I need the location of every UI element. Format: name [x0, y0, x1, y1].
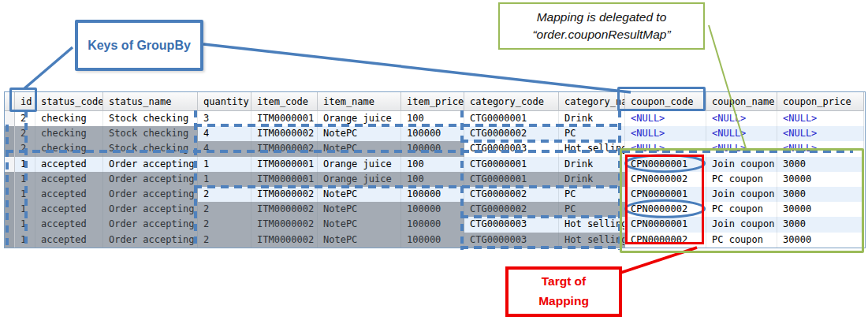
cell-status_name[interactable]: Order accepting [103, 217, 198, 232]
cell-status_name[interactable]: Order accepting [103, 233, 198, 248]
cell-status_name[interactable]: Stock checking [103, 111, 198, 126]
column-header-item_name[interactable]: item_name [318, 92, 401, 111]
groupby-dash-line [194, 124, 620, 127]
cell-status_code[interactable]: accepted [35, 172, 103, 187]
cell-quantity[interactable]: 4 [198, 126, 251, 141]
cell-coupon_name[interactable]: <NULL> [706, 111, 777, 126]
cell-quantity[interactable]: 2 [198, 202, 251, 217]
column-header-item_code[interactable]: item_code [251, 92, 318, 111]
groupby-dash-line [6, 125, 9, 247]
groupby-dash-line [460, 110, 464, 250]
cell-item_name[interactable]: NotePC [318, 187, 401, 202]
column-header-status_name[interactable]: status_name [103, 92, 198, 111]
cell-quantity[interactable]: 1 [198, 157, 251, 172]
cell-category_name[interactable]: Hot selling [559, 217, 625, 232]
cell-quantity[interactable]: 2 [198, 233, 251, 248]
groupby-dash-line [460, 140, 620, 143]
keys-of-groupby-label: Keys of GroupBy [88, 39, 191, 53]
groupby-dash-line [460, 215, 620, 218]
groupby-dash-line [194, 185, 620, 188]
annotated-sql-result-screenshot: idstatus_codestatus_namequantityitem_cod… [0, 0, 868, 324]
cell-item_price[interactable]: 100000 [401, 202, 464, 217]
cell-coupon_price[interactable]: <NULL> [777, 111, 864, 126]
cell-status_name[interactable]: Order accepting [103, 202, 198, 217]
mapping-note-line1: Mapping is delegated to [537, 9, 667, 26]
cell-coupon_code[interactable]: <NULL> [625, 126, 706, 141]
cell-item_code[interactable]: ITM0000002 [251, 233, 318, 248]
cell-status_code[interactable]: accepted [35, 187, 103, 202]
coupon-code-header-highlight-rect [617, 87, 706, 111]
cell-status_code[interactable]: accepted [35, 233, 103, 248]
cell-item_code[interactable]: ITM0000002 [251, 202, 318, 217]
target-box-line1: Targt of [542, 272, 587, 292]
column-header-quantity[interactable]: quantity [198, 92, 251, 111]
cell-item_code[interactable]: ITM0000002 [251, 141, 318, 156]
cell-item_price[interactable]: 100000 [401, 126, 464, 141]
cell-item_price[interactable]: 100000 [401, 141, 464, 156]
cell-item_price[interactable]: 100000 [401, 217, 464, 232]
cell-coupon_code[interactable]: <NULL> [625, 111, 706, 126]
keys-to-couponcode-connector [203, 44, 631, 92]
cell-item_name[interactable]: NotePC [318, 217, 401, 232]
cell-item_price[interactable]: 100000 [401, 233, 464, 248]
cell-status_name[interactable]: Order accepting [103, 157, 198, 172]
cell-category_code[interactable]: CTG0000003 [464, 141, 559, 156]
cell-status_code[interactable]: checking [35, 141, 103, 156]
cell-status_name[interactable]: Order accepting [103, 172, 198, 187]
cell-item_name[interactable]: NotePC [318, 126, 401, 141]
target-box-line2: Mapping [538, 292, 589, 311]
cell-quantity[interactable]: 4 [198, 141, 251, 156]
cell-quantity[interactable]: 2 [198, 217, 251, 232]
cell-item_name[interactable]: NotePC [318, 202, 401, 217]
column-header-category_name[interactable]: category_name [559, 92, 625, 111]
cell-category_name[interactable]: Hot selling [559, 233, 625, 248]
cell-status_code[interactable]: checking [35, 126, 103, 141]
cell-coupon_price[interactable]: <NULL> [777, 126, 864, 141]
cell-category_code[interactable]: CTG0000002 [464, 187, 559, 202]
column-header-coupon_name[interactable]: coupon_name [706, 92, 777, 111]
groupby-dash-line [460, 246, 620, 249]
cell-status_name[interactable]: Stock checking [103, 141, 198, 156]
cell-item_name[interactable]: NotePC [318, 141, 401, 156]
column-header-category_code[interactable]: category_code [464, 92, 559, 111]
column-header-status_code[interactable]: status_code [35, 92, 103, 111]
column-header-item_price[interactable]: item_price [401, 92, 464, 111]
cell-status_name[interactable]: Order accepting [103, 187, 198, 202]
column-header-coupon_price[interactable]: coupon_price [777, 92, 864, 111]
cell-status_code[interactable]: accepted [35, 157, 103, 172]
mapping-delegated-callout: Mapping is delegated to “order.couponRes… [498, 2, 705, 50]
cell-category_name[interactable]: PC [559, 187, 625, 202]
target-of-mapping-callout: Targt of Mapping [505, 266, 622, 317]
cell-status_name[interactable]: Stock checking [103, 126, 198, 141]
id-header-highlight-rect [9, 88, 37, 112]
cell-coupon_name[interactable]: <NULL> [706, 126, 777, 141]
cell-item_code[interactable]: ITM0000002 [251, 126, 318, 141]
cell-item_name[interactable]: NotePC [318, 233, 401, 248]
groupby-dash-line [24, 110, 28, 247]
cell-quantity[interactable]: 2 [198, 187, 251, 202]
keys-of-groupby-callout: Keys of GroupBy [75, 20, 203, 71]
cell-status_code[interactable]: accepted [35, 202, 103, 217]
mapping-target-red-rect [625, 155, 704, 244]
cell-status_code[interactable]: checking [35, 111, 103, 126]
groupby-dash-line [194, 110, 197, 247]
cell-category_code[interactable]: CTG0000003 [464, 233, 559, 248]
cell-item_code[interactable]: ITM0000002 [251, 187, 318, 202]
cell-item_code[interactable]: ITM0000002 [251, 217, 318, 232]
cell-category_code[interactable]: CTG0000001 [464, 157, 559, 172]
cell-item_price[interactable]: 100 [401, 157, 464, 172]
mapping-note-line2: “order.couponResultMap” [532, 26, 670, 43]
cell-status_code[interactable]: accepted [35, 217, 103, 232]
cell-item_code[interactable]: ITM0000001 [251, 157, 318, 172]
cell-category_name[interactable]: Drink [559, 157, 625, 172]
cell-item_price[interactable]: 100000 [401, 187, 464, 202]
keys-to-id-connector [24, 47, 73, 89]
cell-category_name[interactable]: Hot selling [559, 141, 625, 156]
cell-category_code[interactable]: CTG0000003 [464, 217, 559, 232]
cell-item_name[interactable]: Orange juice [318, 157, 401, 172]
